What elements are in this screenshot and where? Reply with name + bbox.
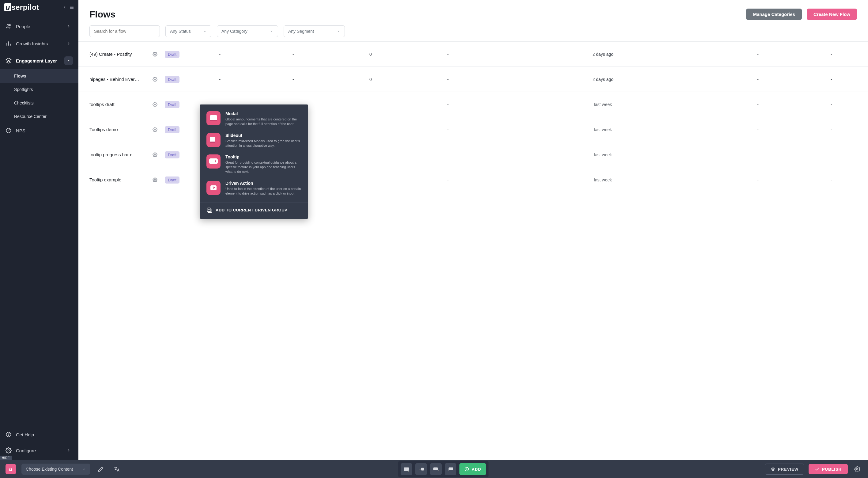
cell: 2 days ago (485, 67, 721, 92)
svg-line-10 (8, 129, 10, 130)
step-tooltip-button[interactable] (430, 463, 442, 475)
row-settings-button[interactable] (149, 142, 161, 167)
cell (330, 167, 411, 192)
popover-footer-add[interactable]: ADD TO CURRENT DRIVEN GROUP (200, 203, 308, 215)
header: Flows Manage Categories Create New Flow (79, 0, 868, 25)
slideout-icon (207, 133, 220, 147)
popover-title: Tooltip (225, 154, 301, 159)
right-toolstrip: PREVIEW PUBLISH (765, 464, 863, 475)
app-badge[interactable]: u (5, 464, 16, 474)
sidebar-item-flows[interactable]: Flows (0, 69, 79, 83)
publish-button[interactable]: PUBLISH (809, 464, 848, 474)
table-row[interactable]: tooltips draft Draft - - last week - - (79, 92, 868, 117)
edit-button[interactable] (96, 464, 106, 474)
sidebar-item-spotlights[interactable]: Spotlights (0, 83, 79, 96)
settings-button[interactable] (852, 464, 863, 474)
sidebar-item-growth[interactable]: Growth Insights (0, 35, 79, 52)
row-settings-button[interactable] (149, 42, 161, 67)
chevron-down-icon (203, 29, 207, 33)
driven-action-icon (207, 181, 220, 195)
popover-desc: Global announcements that are centered o… (225, 117, 301, 126)
menu-icon[interactable] (69, 5, 74, 10)
content-dropdown[interactable]: Choose Existing Content (22, 464, 90, 475)
logo: userpilot (4, 3, 60, 12)
table-row[interactable]: (49) Create - Postfity Draft - - 0 - 2 d… (79, 42, 868, 67)
popover-option-slideout[interactable]: Slideout Smaller, mid-sized Modals used … (207, 133, 301, 148)
cell: - (721, 42, 795, 67)
step-modal-button[interactable] (401, 463, 412, 475)
translate-button[interactable] (112, 464, 122, 474)
sidebar-item-people[interactable]: People (0, 18, 79, 35)
segment-dropdown[interactable]: Any Segment (284, 25, 345, 37)
help-icon (5, 431, 12, 438)
popover-desc: Smaller, mid-sized Modals used to grab t… (225, 139, 301, 148)
cell: - (411, 117, 485, 142)
flows-table: (49) Create - Postfity Draft - - 0 - 2 d… (79, 41, 868, 192)
svg-point-42 (772, 469, 774, 470)
hide-sidebar-button[interactable]: HIDE (0, 456, 12, 460)
nav: People Growth Insights Engagement Layer … (0, 15, 79, 427)
status-dropdown[interactable]: Any Status (165, 25, 211, 37)
sidebar-bottom: Get Help Configure (0, 427, 79, 460)
flow-name: tooltips draft (79, 92, 149, 117)
flow-name: (49) Create - Postfity (79, 42, 149, 67)
svg-point-19 (154, 179, 156, 180)
modal-icon (207, 111, 220, 125)
sidebar-item-help[interactable]: Get Help (0, 427, 79, 442)
cell: - (411, 92, 485, 117)
row-settings-button[interactable] (149, 117, 161, 142)
cell (330, 142, 411, 167)
popover-title: Driven Action (225, 181, 301, 186)
cell: - (795, 42, 868, 67)
row-settings-button[interactable] (149, 167, 161, 192)
status-cell: Draft (161, 92, 183, 117)
sidebar-item-label: Flows (14, 73, 26, 79)
manage-categories-button[interactable]: Manage Categories (746, 8, 802, 20)
status-cell: Draft (161, 142, 183, 167)
cell: - (795, 117, 868, 142)
chevron-right-icon (64, 22, 73, 31)
row-settings-button[interactable] (149, 67, 161, 92)
status-cell: Draft (161, 117, 183, 142)
search-input-wrap[interactable] (89, 25, 160, 37)
add-to-group-icon (207, 207, 213, 213)
sidebar-item-engagement[interactable]: Engagement Layer (0, 52, 79, 69)
cell: 2 days ago (485, 42, 721, 67)
flows-table-wrap: (49) Create - Postfity Draft - - 0 - 2 d… (79, 41, 868, 460)
row-settings-button[interactable] (149, 92, 161, 117)
step-driven-button[interactable] (445, 463, 456, 475)
sidebar-item-configure[interactable]: Configure (0, 442, 79, 459)
search-input[interactable] (94, 29, 155, 34)
popover-option-tooltip[interactable]: i Tooltip Great for providing contextual… (207, 154, 301, 174)
center-toolstrip: ADD (398, 461, 489, 477)
chevron-down-icon (82, 467, 86, 471)
sidebar-item-checklists[interactable]: Checklists (0, 96, 79, 110)
step-slideout-button[interactable] (415, 463, 427, 475)
sidebar-item-nps[interactable]: NPS (0, 123, 79, 138)
svg-point-13 (8, 450, 9, 451)
chevron-right-icon (64, 39, 73, 48)
cell: last week (485, 117, 721, 142)
popover-text: Driven Action Used to focus the attentio… (225, 181, 301, 196)
table-row[interactable]: Tooltip example Draft - - last week - - (79, 167, 868, 192)
chevron-up-icon (64, 56, 73, 65)
collapse-icon[interactable] (62, 5, 67, 9)
sidebar-item-resource-center[interactable]: Resource Center (0, 110, 79, 123)
popover-option-modal[interactable]: Modal Global announcements that are cent… (207, 111, 301, 126)
cell: 0 (330, 67, 411, 92)
add-step-button[interactable]: ADD (459, 463, 486, 475)
cell: - (795, 92, 868, 117)
create-flow-button[interactable]: Create New Flow (807, 8, 857, 20)
table-row[interactable]: tooltip progress bar d… Draft - - last w… (79, 142, 868, 167)
category-dropdown[interactable]: Any Category (217, 25, 278, 37)
cell: - (795, 167, 868, 192)
table-row[interactable]: Tooltips demo Draft - - last week - - (79, 117, 868, 142)
cell (330, 92, 411, 117)
add-step-popover: Modal Global announcements that are cent… (200, 104, 308, 219)
table-row[interactable]: hipages - Behind Ever… Draft - - 0 - 2 d… (79, 67, 868, 92)
status-cell: Draft (161, 167, 183, 192)
cell: - (411, 142, 485, 167)
popover-option-driven-action[interactable]: Driven Action Used to focus the attentio… (207, 181, 301, 196)
sidebar-item-label: Growth Insights (16, 41, 48, 46)
preview-button[interactable]: PREVIEW (765, 464, 804, 475)
